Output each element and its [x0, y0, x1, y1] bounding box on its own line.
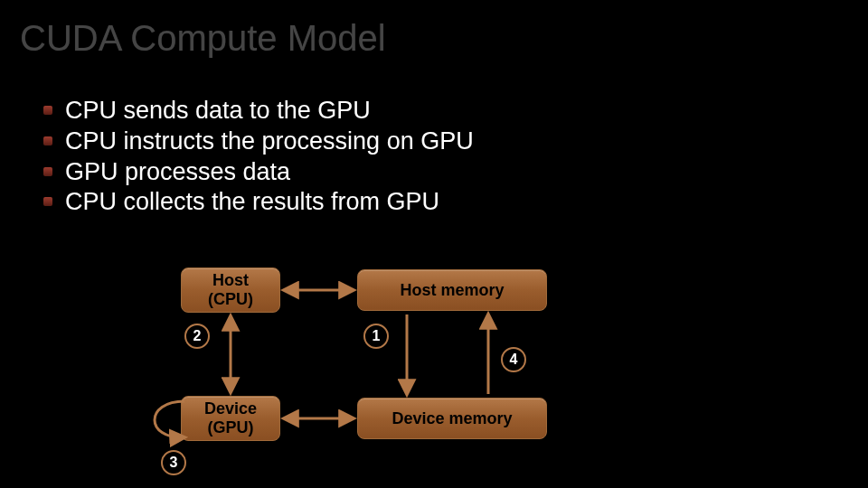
box-host-memory: Host memory: [357, 269, 547, 311]
box-host-cpu: Host(CPU): [181, 267, 280, 313]
step-badge-4: 4: [501, 347, 526, 372]
box-device-memory: Device memory: [357, 398, 547, 439]
box-device-gpu: Device(GPU): [181, 396, 280, 441]
step-badge-1: 1: [363, 324, 389, 349]
diagram: Host(CPU) Device(GPU) Host memory Device…: [0, 0, 868, 488]
step-badge-2: 2: [184, 324, 210, 349]
step-badge-3: 3: [161, 450, 186, 475]
